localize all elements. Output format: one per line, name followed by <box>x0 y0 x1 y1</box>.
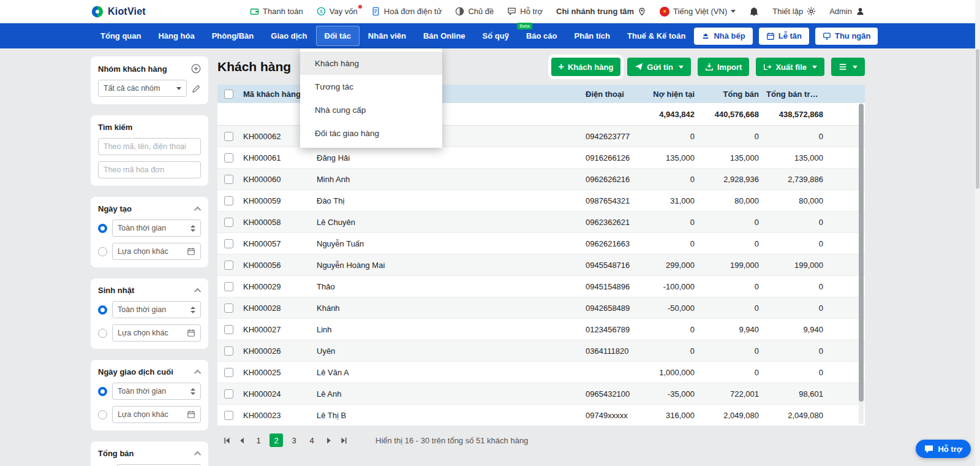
column-header-total-net[interactable]: Tổng bán trừ t... <box>763 90 827 99</box>
table-row[interactable]: KH000026 Uyên 0364111820 0 0 0 <box>217 340 865 362</box>
brand-logo[interactable]: KiotViet <box>91 5 146 18</box>
cell-total-sold: 0 <box>698 218 763 227</box>
menu-item[interactable]: Khách hàng <box>300 52 442 75</box>
menu-item[interactable]: Nhà cung cấp <box>300 98 442 121</box>
table-row[interactable]: KH000057 Nguyễn Tuấn 0962621663 0 0 0 <box>217 233 865 254</box>
collapse-chevron-icon[interactable] <box>194 369 201 376</box>
export-button[interactable]: Xuất file <box>756 58 824 76</box>
nav-tab[interactable]: Nhân viên <box>360 26 415 46</box>
nav-tab[interactable]: Sổ quỹ <box>474 26 518 46</box>
page-button[interactable]: 4 <box>305 434 318 447</box>
search-customer-input[interactable] <box>98 138 201 155</box>
collapse-chevron-icon[interactable] <box>194 288 201 294</box>
customer-group-select[interactable]: Tất cả các nhóm <box>98 80 187 97</box>
row-checkbox[interactable] <box>224 175 233 184</box>
table-row[interactable]: KH000028 Khánh 0942658489 -50,000 0 0 <box>217 297 865 319</box>
radio-custom-range[interactable] <box>98 247 107 256</box>
notifications-button[interactable] <box>749 7 759 17</box>
topbar-payments[interactable]: Thanh toán <box>250 7 303 16</box>
row-checkbox[interactable] <box>224 411 233 420</box>
column-header-phone[interactable]: Điện thoại <box>582 90 637 99</box>
topbar-einvoice[interactable]: Hoá đơn điện tử <box>371 7 442 16</box>
nav-tab[interactable]: Đối tác <box>316 26 360 46</box>
row-checkbox[interactable] <box>224 196 233 205</box>
kitchen-button[interactable]: Nhà bếp <box>694 28 752 45</box>
last-page-button[interactable] <box>338 435 349 446</box>
table-row[interactable]: KH000024 Lê Anh 0965432100 -35,000 722,0… <box>217 383 865 405</box>
nav-tab[interactable]: Phân tích <box>566 26 619 46</box>
row-checkbox[interactable] <box>224 132 233 141</box>
column-header-total[interactable]: Tổng bán <box>698 90 763 99</box>
nav-tab[interactable]: Thuế & Kế toán <box>619 26 694 46</box>
prev-page-button[interactable] <box>236 435 247 446</box>
row-checkbox[interactable] <box>224 218 233 227</box>
nav-tab[interactable]: Tổng quan <box>92 26 149 46</box>
nav-tab[interactable]: Giao dịch <box>262 26 315 46</box>
page-scrollbar[interactable] <box>975 0 980 466</box>
cashier-button[interactable]: Thu ngân <box>815 28 878 45</box>
all-time-select[interactable]: Toàn thời gian <box>112 220 201 237</box>
row-checkbox[interactable] <box>224 282 233 291</box>
table-row[interactable]: KH000025 Lê Văn A 1,000,000 0 0 <box>217 362 865 383</box>
user-menu[interactable]: Admin <box>829 7 865 16</box>
row-checkbox[interactable] <box>224 239 233 248</box>
table-row[interactable]: KH000059 Đào Thị 0987654321 31,000 80,00… <box>217 190 865 212</box>
first-page-button[interactable] <box>221 435 232 446</box>
row-checkbox[interactable] <box>224 153 233 162</box>
all-time-select[interactable]: Toàn thời gian <box>112 301 201 318</box>
add-group-icon[interactable] <box>191 64 201 74</box>
table-row[interactable]: KH000029 Thảo 0945154896 -100,000 0 0 <box>217 276 865 297</box>
column-config-button[interactable] <box>831 58 865 76</box>
row-checkbox[interactable] <box>224 325 233 334</box>
table-scrollbar[interactable] <box>859 104 864 424</box>
select-all-checkbox[interactable] <box>224 90 233 99</box>
radio-all-time[interactable] <box>98 305 107 315</box>
row-checkbox[interactable] <box>224 368 233 377</box>
search-invoice-input[interactable] <box>98 161 201 178</box>
table-row[interactable]: KH000060 Minh Anh 0962626216 0 2,928,936… <box>217 169 865 190</box>
table-row[interactable]: KH000061 Đăng Hải 0916266126 135,000 135… <box>217 147 865 169</box>
row-checkbox[interactable] <box>224 304 233 313</box>
table-scrollbar-thumb[interactable] <box>859 104 864 402</box>
radio-all-time[interactable] <box>98 224 107 233</box>
row-checkbox[interactable] <box>224 261 233 270</box>
nav-tab[interactable]: Bán Online <box>415 26 474 46</box>
topbar-loan[interactable]: $ Vay vốn <box>317 7 358 16</box>
settings-button[interactable]: Thiết lập <box>772 7 816 16</box>
add-customer-button[interactable]: + Khách hàng <box>551 58 621 76</box>
branch-selector[interactable]: Chi nhánh trung tâm <box>556 7 646 16</box>
page-button[interactable]: 2 <box>270 434 283 447</box>
row-checkbox[interactable] <box>224 389 233 399</box>
collapse-chevron-icon[interactable] <box>194 451 201 457</box>
topbar-support[interactable]: Hỗ trợ Beta <box>507 7 543 16</box>
next-page-button[interactable] <box>323 435 334 446</box>
nav-tab[interactable]: Hàng hóa <box>149 26 203 46</box>
menu-item[interactable]: Tương tác <box>300 75 442 98</box>
language-selector[interactable]: ★ Tiếng Việt (VN) <box>660 7 736 17</box>
table-row[interactable]: KH000023 Lê Thị B 09749xxxxx 316,000 2,0… <box>217 405 865 426</box>
custom-date-select[interactable]: Lựa chọn khác <box>112 406 201 423</box>
table-row[interactable]: KH000027 Linh 0123456789 0 9,940 9,940 <box>217 319 865 340</box>
column-header-debt[interactable]: Nợ hiện tại <box>637 90 698 99</box>
radio-custom-range[interactable] <box>98 410 107 419</box>
radio-all-time[interactable] <box>98 387 107 396</box>
import-button[interactable]: Import <box>698 58 749 76</box>
all-time-select[interactable]: Toàn thời gian <box>112 383 201 400</box>
row-checkbox[interactable] <box>224 346 233 356</box>
page-scrollbar-thumb[interactable] <box>976 49 979 189</box>
radio-custom-range[interactable] <box>98 329 107 338</box>
topbar-theme[interactable]: Chủ đề <box>455 7 494 16</box>
custom-date-select[interactable]: Lựa chọn khác <box>112 324 201 342</box>
support-fab-button[interactable]: Hỗ trợ <box>916 440 971 458</box>
custom-date-select[interactable]: Lựa chọn khác <box>112 243 201 260</box>
table-row[interactable]: KH000056 Nguyễn Hoàng Mai 0945548716 299… <box>217 254 865 276</box>
nav-tab[interactable]: Phòng/Bàn <box>203 26 263 46</box>
edit-group-icon[interactable] <box>192 84 201 93</box>
page-button[interactable]: 1 <box>252 434 265 447</box>
menu-item[interactable]: Đối tác giao hàng <box>300 121 442 145</box>
collapse-chevron-icon[interactable] <box>194 206 201 213</box>
send-message-button[interactable]: Gửi tin <box>627 58 691 76</box>
table-row[interactable]: KH000058 Lê Chuyên 0962362621 0 0 0 <box>217 212 865 233</box>
page-button[interactable]: 3 <box>287 434 301 447</box>
reception-button[interactable]: Lễ tân <box>759 28 809 45</box>
